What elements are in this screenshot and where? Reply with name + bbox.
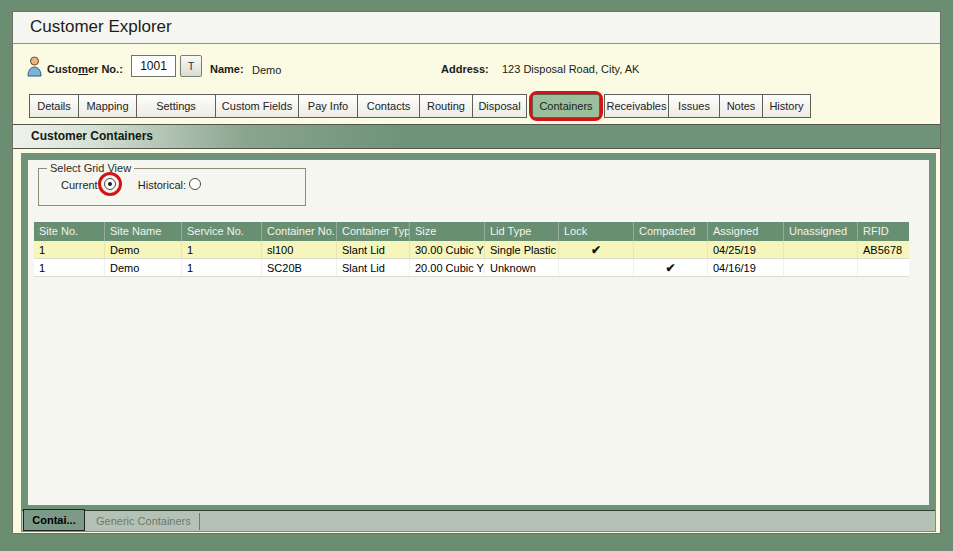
current-radio-wrap: [104, 178, 116, 192]
tab-notes[interactable]: Notes: [719, 94, 763, 118]
col-container-type[interactable]: Container Typ: [336, 222, 409, 241]
cell-container-no: sl100: [261, 241, 336, 258]
cell-assigned: 04/25/19: [707, 241, 783, 258]
cell-unassigned: [783, 259, 857, 276]
current-radio[interactable]: [104, 178, 116, 190]
customer-no-input[interactable]: [131, 55, 176, 77]
containers-grid: Site No. Site Name Service No. Container…: [34, 222, 909, 277]
bottom-tab-generic-containers[interactable]: Generic Containers: [94, 513, 200, 530]
customer-person-icon: [26, 56, 43, 77]
col-compacted[interactable]: Compacted: [633, 222, 707, 241]
section-header-bar: Customer Containers: [13, 124, 940, 149]
col-site-no[interactable]: Site No.: [34, 222, 104, 241]
tab-bar: Details Mapping Settings Custom Fields P…: [29, 94, 811, 118]
tab-history[interactable]: History: [762, 94, 811, 118]
customer-no-label-pre: Custo: [47, 63, 78, 75]
cell-unassigned: [783, 241, 857, 258]
page-title: Customer Explorer: [30, 17, 172, 37]
tab-containers-label: Containers: [539, 100, 592, 112]
name-label: Name:: [210, 63, 244, 75]
cell-size: 20.00 Cubic Y: [409, 259, 484, 276]
grid-view-options: Current: Historical:: [61, 178, 305, 192]
tab-containers[interactable]: Containers: [532, 94, 600, 118]
table-row[interactable]: 1 Demo 1 sl100 Slant Lid 30.00 Cubic Y S…: [34, 241, 909, 259]
tab-routing[interactable]: Routing: [419, 94, 473, 118]
cell-lock-checkmark: ✔: [558, 241, 633, 258]
select-grid-view-group: Select Grid View Current: Historical:: [38, 162, 306, 206]
section-title: Customer Containers: [31, 129, 153, 143]
customer-lookup-button[interactable]: T: [180, 55, 202, 77]
historical-radio[interactable]: [189, 178, 201, 190]
tab-contacts[interactable]: Contacts: [357, 94, 420, 118]
tab-disposal[interactable]: Disposal: [472, 94, 527, 118]
bottom-tab-strip: Generic Containers: [22, 510, 935, 531]
cell-assigned: 04/16/19: [707, 259, 783, 276]
tab-settings[interactable]: Settings: [136, 94, 216, 118]
tab-receivables[interactable]: Receivables: [604, 94, 669, 118]
name-value: Demo: [252, 64, 281, 76]
address-label: Address:: [441, 63, 489, 75]
cell-lock: [558, 259, 633, 276]
tab-custom-fields[interactable]: Custom Fields: [215, 94, 299, 118]
col-assigned[interactable]: Assigned: [707, 222, 783, 241]
select-grid-view-legend: Select Grid View: [47, 162, 134, 174]
col-site-name[interactable]: Site Name: [104, 222, 181, 241]
cell-container-type: Slant Lid: [336, 241, 409, 258]
table-row[interactable]: 1 Demo 1 SC20B Slant Lid 20.00 Cubic Y U…: [34, 259, 909, 277]
cell-site-name: Demo: [104, 241, 181, 258]
col-unassigned[interactable]: Unassigned: [783, 222, 857, 241]
col-container-no[interactable]: Container No.: [261, 222, 336, 241]
historical-radio-wrap: [189, 178, 201, 192]
customer-no-label: Customer No.:: [47, 63, 123, 75]
cell-lid-type: Single Plastic: [484, 241, 558, 258]
cell-rfid: [857, 259, 909, 276]
title-band: Customer Explorer: [13, 12, 940, 44]
tab-pay-info[interactable]: Pay Info: [298, 94, 358, 118]
containers-panel: Select Grid View Current: Historical:: [21, 153, 936, 532]
cell-rfid: AB5678: [857, 241, 909, 258]
cell-site-no: 1: [34, 241, 104, 258]
col-size[interactable]: Size: [409, 222, 484, 241]
grid-header-row: Site No. Site Name Service No. Container…: [34, 222, 909, 241]
cell-service-no: 1: [181, 241, 261, 258]
cell-compacted: [633, 241, 707, 258]
cell-lid-type: Unknown: [484, 259, 558, 276]
historical-radio-label: Historical:: [138, 179, 186, 191]
cell-service-no: 1: [181, 259, 261, 276]
cell-compacted-checkmark: ✔: [633, 259, 707, 276]
bottom-tab-containers[interactable]: Contai...: [23, 509, 85, 531]
col-lock[interactable]: Lock: [558, 222, 633, 241]
cell-size: 30.00 Cubic Y: [409, 241, 484, 258]
col-rfid[interactable]: RFID: [857, 222, 909, 241]
app-frame: Customer Explorer Customer No.: T Name: …: [0, 0, 953, 551]
col-service-no[interactable]: Service No.: [181, 222, 261, 241]
cell-container-type: Slant Lid: [336, 259, 409, 276]
tab-details[interactable]: Details: [29, 94, 79, 118]
tab-issues[interactable]: Issues: [668, 94, 720, 118]
cell-container-no: SC20B: [261, 259, 336, 276]
current-radio-label: Current:: [61, 179, 101, 191]
address-value: 123 Disposal Road, City, AK: [502, 63, 639, 75]
customer-no-label-mnemonic: m: [78, 63, 88, 75]
containers-page: Select Grid View Current: Historical:: [28, 160, 929, 505]
customer-explorer-window: Customer Explorer Customer No.: T Name: …: [12, 11, 941, 534]
tab-mapping[interactable]: Mapping: [78, 94, 137, 118]
cell-site-name: Demo: [104, 259, 181, 276]
cell-site-no: 1: [34, 259, 104, 276]
col-lid-type[interactable]: Lid Type: [484, 222, 558, 241]
customer-no-label-post: er No.:: [88, 63, 123, 75]
